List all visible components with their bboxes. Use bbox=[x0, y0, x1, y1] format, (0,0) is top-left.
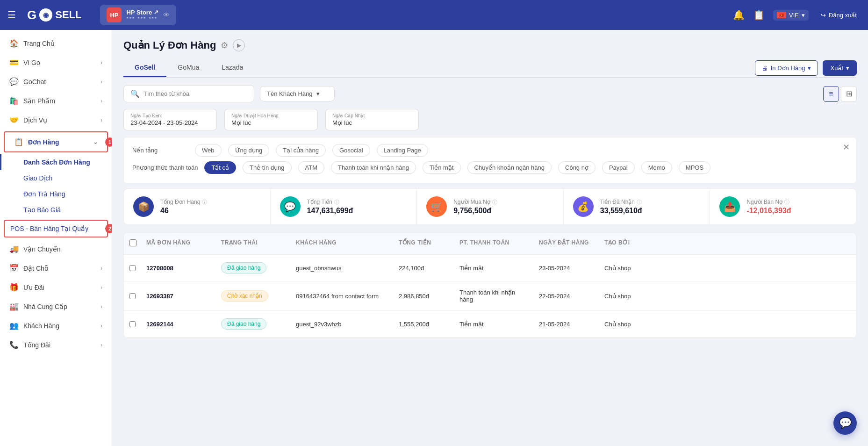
date-approve-filter[interactable]: Ngày Duyệt Hoa Hồng Mọi lúc bbox=[224, 109, 318, 130]
order-icon: 📋 bbox=[14, 137, 23, 146]
tab-gomua[interactable]: GoMua bbox=[166, 59, 210, 77]
payment-tag-paypal[interactable]: Paypal bbox=[602, 161, 635, 174]
print-button[interactable]: 🖨 In Đơn Hàng ▾ bbox=[755, 60, 818, 76]
tab-lazada[interactable]: Lazada bbox=[210, 59, 254, 77]
th-checkbox bbox=[124, 233, 141, 254]
info-icon: ⓘ bbox=[492, 199, 497, 206]
search-input[interactable] bbox=[143, 90, 237, 97]
platform-tag-store[interactable]: Tại cửa hàng bbox=[276, 144, 326, 157]
grid-view-button[interactable]: ⊞ bbox=[841, 86, 857, 102]
table-row[interactable]: 12708008 Đã giao hàng guest_obnsnwus 224… bbox=[124, 255, 856, 281]
search-input-wrap[interactable]: 🔍 bbox=[123, 85, 254, 102]
language-selector[interactable]: 🇻🇳 VIE ▾ bbox=[773, 10, 809, 21]
payment-tag-transfer[interactable]: Chuyển khoản ngân hàng bbox=[467, 161, 552, 174]
platform-tag-web[interactable]: Web bbox=[195, 144, 222, 157]
sidebar-item-trang-chu[interactable]: 🏠 Trang Chủ bbox=[0, 34, 112, 53]
chat-fab-button[interactable]: 💬 bbox=[833, 411, 857, 435]
payment-tag-credit[interactable]: Thẻ tín dụng bbox=[243, 161, 292, 174]
list-view-button[interactable]: ≡ bbox=[823, 86, 839, 102]
notification-icon[interactable]: 🔔 bbox=[733, 9, 745, 21]
reservation-icon: 📅 bbox=[9, 264, 19, 273]
close-filter-button[interactable]: ✕ bbox=[843, 142, 850, 152]
row-select-checkbox[interactable] bbox=[129, 321, 136, 328]
table-row[interactable]: 12693387 Chờ xác nhận 0916432464 from co… bbox=[124, 281, 856, 311]
order-created-by: Chủ shop bbox=[599, 313, 655, 335]
payment-tag-momo[interactable]: Momo bbox=[641, 161, 672, 174]
sidebar-sub-tao-bao-gia[interactable]: Tạo Báo Giá bbox=[0, 202, 112, 218]
platform-tag-gosocial[interactable]: Gosocial bbox=[332, 144, 370, 157]
printer-icon: 🖨 bbox=[762, 65, 768, 72]
status-badge-delivered: Đã giao hàng bbox=[221, 318, 266, 330]
home-icon: 🏠 bbox=[9, 39, 19, 48]
customer-filter-dropdown[interactable]: Tên Khách Hàng ▾ bbox=[260, 86, 335, 101]
play-icon[interactable]: ▶ bbox=[233, 39, 245, 51]
menu-icon[interactable]: ☰ bbox=[7, 9, 16, 21]
product-icon: 🛍️ bbox=[9, 96, 19, 105]
wallet-icon: 💳 bbox=[9, 58, 19, 67]
sidebar-item-uu-dai[interactable]: 🎁 Ưu Đãi › bbox=[0, 278, 112, 297]
sidebar-sub-danh-sach-don-hang[interactable]: Danh Sách Đơn Hàng bbox=[0, 154, 112, 170]
platform-tag-app[interactable]: Ứng dụng bbox=[228, 144, 270, 157]
date-create-filter[interactable]: Ngày Tạo Đơn: 23-04-2024 - 23-05-2024 bbox=[123, 109, 217, 130]
order-date: 22-05-2024 bbox=[533, 285, 599, 307]
filters-row: Ngày Tạo Đơn: 23-04-2024 - 23-05-2024 Ng… bbox=[123, 109, 857, 130]
stat-icon-seller-debt: 📤 bbox=[719, 196, 740, 217]
order-date: 21-05-2024 bbox=[533, 313, 599, 335]
store-eye-icon: 👁 bbox=[163, 11, 170, 19]
platform-tag-landing[interactable]: Landing Page bbox=[377, 144, 428, 157]
supplier-icon: 🏭 bbox=[9, 302, 19, 311]
sidebar: 🏠 Trang Chủ 💳 Ví Go › 💬 GoChat › 🛍️ Sản … bbox=[0, 30, 112, 446]
th-payment: PT. THANH TOÁN bbox=[454, 233, 533, 254]
sidebar-item-go-chat[interactable]: 💬 GoChat › bbox=[0, 72, 112, 91]
row-select-checkbox[interactable] bbox=[129, 293, 136, 300]
step-2-badge: 2 bbox=[105, 224, 112, 233]
payment-label: Phương thức thanh toán bbox=[132, 164, 198, 171]
settings-icon[interactable]: ⚙ bbox=[221, 40, 228, 50]
clipboard-icon[interactable]: 📋 bbox=[753, 9, 765, 21]
sidebar-item-dich-vu[interactable]: 🤝 Dịch Vụ › bbox=[0, 110, 112, 129]
logo: G ◉ SELL bbox=[27, 8, 81, 22]
payment-tag-all[interactable]: Tất cả bbox=[204, 161, 236, 174]
payment-tag-mpos[interactable]: MPOS bbox=[679, 161, 710, 174]
sidebar-sub-giao-dich[interactable]: Giao Dịch bbox=[0, 170, 112, 186]
row-checkbox[interactable] bbox=[124, 257, 141, 279]
status-badge-pending: Chờ xác nhận bbox=[221, 290, 268, 302]
row-select-checkbox[interactable] bbox=[129, 265, 136, 272]
sidebar-item-nha-cung-cap[interactable]: 🏭 Nhà Cung Cấp › bbox=[0, 297, 112, 316]
tab-gosell[interactable]: GoSell bbox=[123, 59, 166, 77]
sidebar-label-nha-cung-cap: Nhà Cung Cấp bbox=[23, 303, 67, 310]
sidebar-item-san-pham[interactable]: 🛍️ Sản Phẩm › bbox=[0, 91, 112, 110]
table-row[interactable]: 12692144 Đã giao hàng guest_92v3whzb 1,5… bbox=[124, 311, 856, 338]
store-selector[interactable]: HP HP Store ↗ *** *** *** 👁 bbox=[100, 5, 176, 25]
date-approve-label: Ngày Duyệt Hoa Hồng bbox=[231, 113, 311, 118]
sidebar-item-van-chuyen[interactable]: 🚚 Vận Chuyển bbox=[0, 239, 112, 259]
date-update-label: Ngày Cập Nhật bbox=[332, 113, 412, 118]
row-checkbox[interactable] bbox=[124, 285, 141, 307]
row-checkbox[interactable] bbox=[124, 313, 141, 335]
th-total: TỔNG TIỀN bbox=[393, 233, 454, 254]
payment-tag-cash[interactable]: Tiền mặt bbox=[423, 161, 461, 174]
export-button[interactable]: Xuất ▾ bbox=[823, 60, 857, 76]
logout-button[interactable]: ↪ Đăng xuất bbox=[817, 10, 861, 21]
sidebar-item-khach-hang[interactable]: 👥 Khách Hàng › bbox=[0, 316, 112, 335]
select-all-checkbox[interactable] bbox=[129, 239, 136, 246]
chevron-icon: › bbox=[100, 323, 102, 329]
sidebar-sub-don-tra-hang[interactable]: Đơn Trả Hàng bbox=[0, 186, 112, 202]
stat-total-orders: 📦 Tổng Đơn Hàng ⓘ 46 bbox=[124, 189, 271, 224]
th-date: NGÀY ĐẶT HÀNG bbox=[533, 233, 599, 254]
sidebar-sub-pos[interactable]: POS - Bán Hàng Tại Quầy bbox=[4, 220, 108, 237]
payment-tag-cod[interactable]: Thanh toán khi nhận hàng bbox=[331, 161, 416, 174]
payment-tag-atm[interactable]: ATM bbox=[298, 161, 324, 174]
sidebar-label-tong-dai: Tổng Đài bbox=[23, 341, 50, 349]
info-icon: ⓘ bbox=[334, 199, 339, 206]
sidebar-item-vi-go[interactable]: 💳 Ví Go › bbox=[0, 53, 112, 72]
payment-tag-debt[interactable]: Công nợ bbox=[558, 161, 595, 174]
sidebar-item-tong-dai[interactable]: 📞 Tổng Đài › bbox=[0, 335, 112, 354]
th-status: TRẠNG THÁI bbox=[215, 233, 290, 254]
order-customer: 0916432464 from contact form bbox=[290, 285, 393, 307]
date-update-filter[interactable]: Ngày Cập Nhật Mọi lúc bbox=[325, 109, 419, 130]
info-icon: ⓘ bbox=[202, 199, 207, 206]
sidebar-item-don-hang[interactable]: 📋 Đơn Hàng ⌄ bbox=[4, 131, 108, 152]
sidebar-item-dat-cho[interactable]: 📅 Đặt Chỗ › bbox=[0, 259, 112, 278]
stat-value-amount: 147,631,699đ bbox=[307, 207, 408, 215]
